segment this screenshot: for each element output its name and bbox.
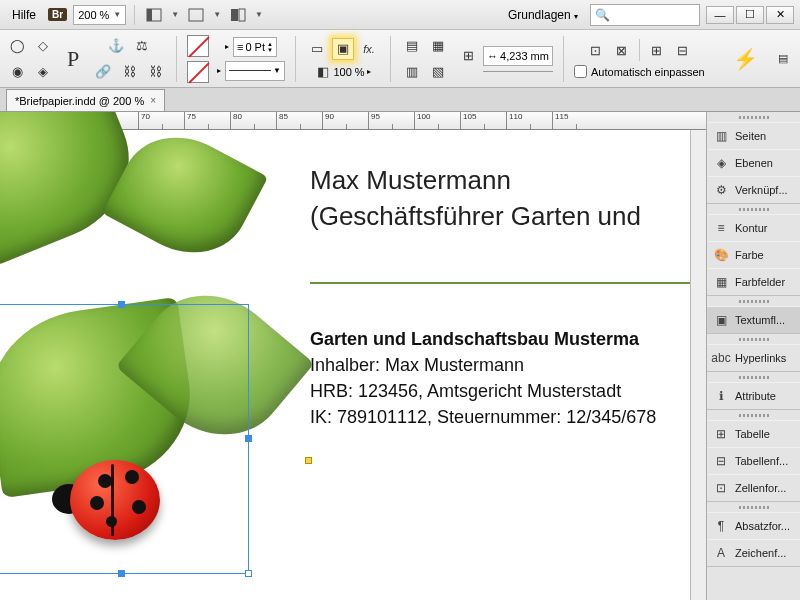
window-controls: — ☐ ✕ <box>706 6 794 24</box>
tab-close-icon[interactable]: × <box>150 95 156 106</box>
align-left-icon[interactable]: ▤ <box>401 35 423 57</box>
panel-grip[interactable] <box>707 410 800 420</box>
stroke-weight-input[interactable]: ≡0 Pt▲▼ <box>233 37 277 57</box>
search-box[interactable]: 🔍 <box>590 4 700 26</box>
panel-label: Ebenen <box>735 157 773 169</box>
panel-label: Zellenfor... <box>735 482 786 494</box>
dropdown-arrow-icon[interactable]: ▼ <box>255 10 263 19</box>
fit-frame-icon[interactable]: ⊡ <box>585 39 607 61</box>
page: Max Mustermann (Geschäftsführer Garten u… <box>0 130 706 600</box>
panel-attributes[interactable]: ℹAttribute <box>707 382 800 409</box>
wrap-none-icon[interactable]: ◯ <box>6 35 28 57</box>
quick-apply-icon[interactable]: ⚡ <box>733 47 758 71</box>
align-justify-icon[interactable]: ▧ <box>427 61 449 83</box>
table-icon: ⊞ <box>713 426 729 442</box>
fx-icon[interactable]: fx. <box>358 38 380 60</box>
ruler-tick: 70 <box>138 112 184 129</box>
panel-swatches[interactable]: ▦Farbfelder <box>707 268 800 295</box>
workspace-switcher[interactable]: Grundlagen ▾ <box>502 6 584 24</box>
charformat-icon: A <box>713 545 729 561</box>
fit-content-icon[interactable]: ⊞ <box>457 45 479 67</box>
panel-cellformat[interactable]: ⊡Zellenfor... <box>707 474 800 501</box>
dimension-input[interactable]: ↔4,233 mm <box>483 46 553 66</box>
panel-group: ⊞Tabelle⊟Tabellenf...⊡Zellenfor... <box>707 410 800 502</box>
canvas[interactable]: 556065707580859095100105110115 Max Muste… <box>0 112 706 600</box>
search-icon: 🔍 <box>595 8 610 22</box>
screen-mode-icon[interactable] <box>185 4 207 26</box>
fill-frame-icon[interactable]: ⊟ <box>672 39 694 61</box>
dropdown-arrow-icon[interactable]: ▼ <box>171 10 179 19</box>
tableformat-icon: ⊟ <box>713 453 729 469</box>
chain-icon[interactable]: ⛓ <box>118 61 140 83</box>
panel-tableformat[interactable]: ⊟Tabellenf... <box>707 447 800 474</box>
auto-fit-checkbox[interactable]: Automatisch einpassen <box>574 65 705 78</box>
ruler-tick: 105 <box>460 112 506 129</box>
panel-grip[interactable] <box>707 112 800 122</box>
maximize-button[interactable]: ☐ <box>736 6 764 24</box>
panel-group: ▣Textumfl... <box>707 296 800 334</box>
bridge-badge[interactable]: Br <box>48 8 67 21</box>
zoom-combo[interactable]: 200 %▼ <box>73 5 126 25</box>
panel-grip[interactable] <box>707 204 800 214</box>
color-icon: 🎨 <box>713 247 729 263</box>
panel-color[interactable]: 🎨Farbe <box>707 241 800 268</box>
panel-stroke[interactable]: ≡Kontur <box>707 214 800 241</box>
panel-layers[interactable]: ◈Ebenen <box>707 149 800 176</box>
panel-hyperlinks[interactable]: abcHyperlinks <box>707 344 800 371</box>
ruler-tick: 115 <box>552 112 598 129</box>
wrap-jump-icon[interactable]: ◈ <box>32 61 54 83</box>
svg-rect-4 <box>239 9 245 21</box>
toolbar-menu-icon[interactable]: ▤ <box>772 48 794 70</box>
tab-label: *Briefpapier.indd @ 200 % <box>15 95 144 107</box>
pages-icon: ▥ <box>713 128 729 144</box>
panel-grip[interactable] <box>707 502 800 512</box>
panel-grip[interactable] <box>707 372 800 382</box>
menu-help[interactable]: Hilfe <box>6 6 42 24</box>
paraformat-icon: ¶ <box>713 518 729 534</box>
opacity-icon: ◧ <box>315 64 331 80</box>
dropdown-arrow-icon[interactable]: ▼ <box>213 10 221 19</box>
panel-table[interactable]: ⊞Tabelle <box>707 420 800 447</box>
panel-group: ≡Kontur🎨Farbe▦Farbfelder <box>707 204 800 296</box>
arrange-icon[interactable] <box>227 4 249 26</box>
align-right-icon[interactable]: ▥ <box>401 61 423 83</box>
panel-grip[interactable] <box>707 334 800 344</box>
panel-pages[interactable]: ▥Seiten <box>707 122 800 149</box>
panel-grip[interactable] <box>707 296 800 306</box>
fill-swatch[interactable] <box>187 35 209 57</box>
close-button[interactable]: ✕ <box>766 6 794 24</box>
body-text: Garten und Landschaftsbau Musterma Inhal… <box>310 326 656 430</box>
wrap-shape-icon[interactable]: ◉ <box>6 61 28 83</box>
vertical-scrollbar[interactable] <box>690 130 706 600</box>
panel-paraformat[interactable]: ¶Absatzfor... <box>707 512 800 539</box>
balance-icon[interactable]: ⚖ <box>131 35 153 57</box>
character-p-icon[interactable]: P <box>62 36 84 82</box>
opacity-value[interactable]: 100 % <box>333 66 364 78</box>
drop-shadow-icon[interactable]: ▣ <box>332 38 354 60</box>
view-options-icon[interactable] <box>143 4 165 26</box>
panel-links[interactable]: ⚙Verknüpf... <box>707 176 800 203</box>
header-text: Max Mustermann (Geschäftsführer Garten u… <box>310 162 641 235</box>
hyperlinks-icon: abc <box>713 350 729 366</box>
panel-group: ¶Absatzfor...AZeichenf... <box>707 502 800 567</box>
anchor-icon[interactable]: ⚓ <box>105 35 127 57</box>
stroke-swatch[interactable] <box>187 61 209 83</box>
control-toolbar: ◯ ◇ ◉ ◈ P ⚓ ⚖ 🔗 ⛓ ⛓ ▸≡0 Pt▲▼ ▸▼ ▭▣fx. ◧1… <box>0 30 800 88</box>
chain-break-icon[interactable]: ⛓ <box>144 61 166 83</box>
align-center-icon[interactable]: ▦ <box>427 35 449 57</box>
stroke-style-combo[interactable]: ▼ <box>225 61 285 81</box>
document-tab[interactable]: *Briefpapier.indd @ 200 % × <box>6 89 165 111</box>
center-content-icon[interactable]: ⊞ <box>646 39 668 61</box>
minimize-button[interactable]: — <box>706 6 734 24</box>
panel-label: Farbe <box>735 249 764 261</box>
ruler-tick: 95 <box>368 112 414 129</box>
fit-prop-icon[interactable]: ⊠ <box>611 39 633 61</box>
preview-icon[interactable]: ▭ <box>306 38 328 60</box>
wrap-bbox-icon[interactable]: ◇ <box>32 35 54 57</box>
link-icon[interactable]: 🔗 <box>92 61 114 83</box>
panel-charformat[interactable]: AZeichenf... <box>707 539 800 566</box>
panel-textwrap[interactable]: ▣Textumfl... <box>707 306 800 333</box>
textwrap-icon: ▣ <box>713 312 729 328</box>
panel-label: Kontur <box>735 222 767 234</box>
swatches-icon: ▦ <box>713 274 729 290</box>
